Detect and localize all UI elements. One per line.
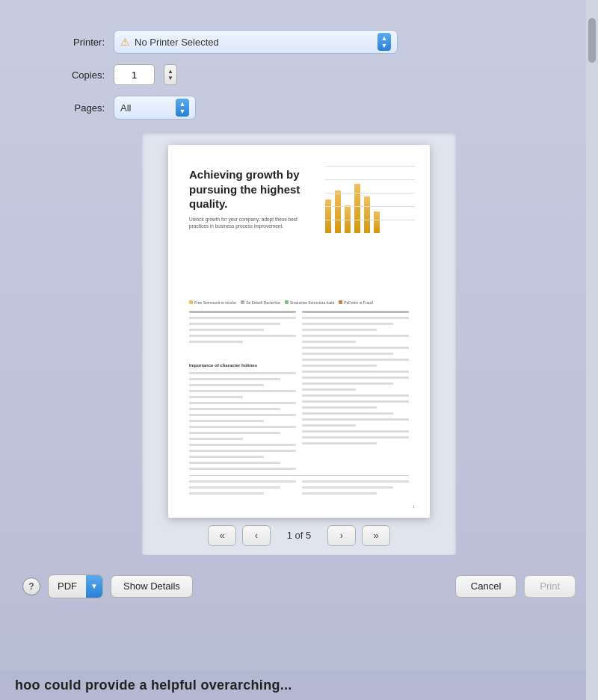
first-page-button[interactable]: «: [208, 525, 236, 546]
preview-col-right: [302, 311, 409, 471]
preview-subtitle: Unlock growth for your company; adopt th…: [189, 216, 310, 229]
chart-bar: [364, 196, 370, 233]
print-button[interactable]: Print: [524, 575, 576, 598]
stepper-up-icon: ▲: [167, 69, 173, 75]
pages-row: Pages: All ▲ ▼: [52, 96, 546, 120]
preview-col-left-2: [189, 480, 296, 495]
divider: [189, 475, 409, 476]
chart-bars: [325, 166, 415, 233]
legend-item: Snaluctive Estructura build: [285, 300, 334, 305]
preview-body-2: [189, 480, 409, 495]
legend-item: Free Semmunit to Incolor: [189, 300, 236, 305]
copies-row: Copies: ▲ ▼: [52, 64, 546, 85]
prev-page-button[interactable]: ‹: [242, 525, 271, 546]
warning-icon: ⚠: [120, 36, 130, 48]
next-page-button[interactable]: ›: [327, 525, 356, 546]
scroll-thumb[interactable]: [588, 18, 596, 63]
legend-item: Pall elon si Fraud: [339, 300, 373, 305]
preview-col-right-2: [302, 480, 409, 495]
copies-label: Copies:: [52, 69, 105, 81]
pdf-button[interactable]: PDF: [49, 575, 86, 598]
cancel-button[interactable]: Cancel: [455, 575, 517, 598]
help-button[interactable]: ?: [22, 577, 40, 595]
legend-dot: [339, 300, 342, 304]
legend-dot: [241, 300, 244, 304]
page-number: 1: [413, 504, 415, 509]
bottom-text-bar: hoo could provide a helpful overarching.…: [0, 670, 586, 700]
printer-arrows[interactable]: ▲ ▼: [377, 33, 391, 51]
pdf-dropdown-arrow[interactable]: ▼: [86, 575, 102, 598]
pages-label: Pages:: [52, 102, 105, 114]
show-details-button[interactable]: Show Details: [111, 575, 193, 598]
copies-stepper[interactable]: ▲ ▼: [164, 64, 177, 85]
stepper-down-icon: ▼: [167, 75, 173, 81]
chart-bar: [374, 211, 380, 233]
preview-body: Importance of character holines: [189, 311, 409, 471]
chart-bar: [354, 184, 360, 233]
legend-item: Se Ettisell Racterlice: [241, 300, 280, 305]
preview-legend: Free Semmunit to Incolor Se Ettisell Rac…: [189, 300, 409, 305]
chart-area: [325, 166, 415, 233]
preview-col-left: Importance of character holines: [189, 311, 296, 471]
preview-container: Achieving growth by pursuing the highest…: [142, 133, 456, 555]
printer-value: No Printer Selected: [135, 37, 377, 48]
bottom-buttons: ? PDF ▼ Show Details Cancel Print: [7, 574, 591, 598]
pages-value: All: [120, 102, 176, 114]
page-indicator: 1 of 5: [277, 530, 321, 541]
legend-dot: [285, 300, 289, 304]
printer-label: Printer:: [52, 37, 105, 48]
page-navigation: « ‹ 1 of 5 › »: [208, 525, 390, 546]
pdf-button-group: PDF ▼: [48, 574, 103, 598]
pages-dropdown[interactable]: All ▲ ▼: [114, 96, 196, 120]
legend-dot: [189, 300, 193, 304]
pages-arrows[interactable]: ▲ ▼: [176, 99, 189, 117]
page-preview: Achieving growth by pursuing the highest…: [168, 145, 430, 518]
form-area: Printer: ⚠ No Printer Selected ▲ ▼ Copie…: [7, 15, 591, 127]
scrollbar[interactable]: [586, 0, 598, 700]
printer-dropdown[interactable]: ⚠ No Printer Selected ▲ ▼: [114, 30, 398, 54]
preview-title: Achieving growth by pursuing the highest…: [189, 167, 310, 211]
chart-bar: [325, 199, 331, 233]
copies-input[interactable]: [114, 64, 155, 85]
printer-row: Printer: ⚠ No Printer Selected ▲ ▼: [52, 30, 546, 54]
print-dialog: Printer: ⚠ No Printer Selected ▲ ▼ Copie…: [7, 15, 591, 598]
chart-bar: [335, 191, 341, 233]
last-page-button[interactable]: »: [362, 525, 390, 546]
bottom-text-content: hoo could provide a helpful overarching.…: [15, 678, 292, 693]
